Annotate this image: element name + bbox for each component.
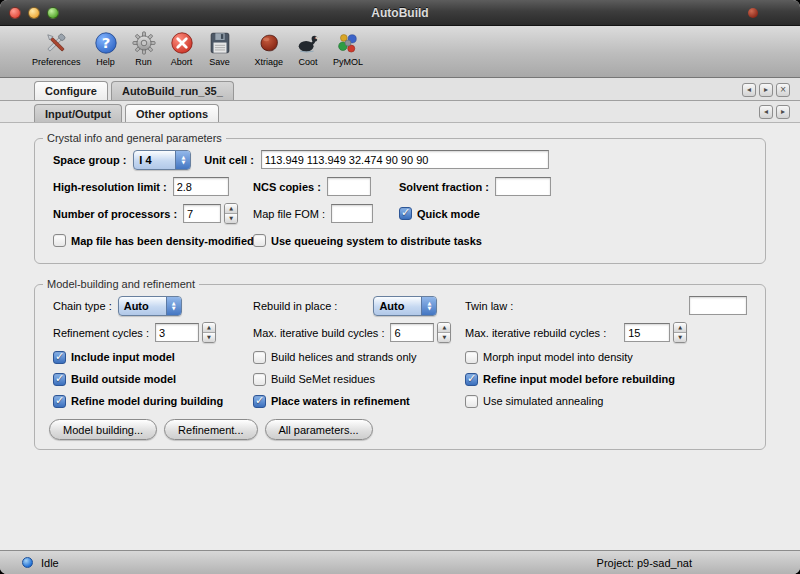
model-building-group: Model-building and refinement Chain type… (34, 278, 766, 450)
max-build-cycles-stepper[interactable]: ▲ ▼ (437, 322, 451, 343)
chain-type-select[interactable]: Auto ▲▼ (118, 296, 182, 316)
toolbar-help-button[interactable]: ? Help (87, 29, 125, 68)
tab-back-icon[interactable]: ◂ (759, 105, 773, 119)
checkbox-morph-input-model[interactable]: ✓ Morph input model into density (465, 351, 765, 364)
space-group-select[interactable]: I 4 ▲▼ (133, 150, 191, 170)
unit-cell-input[interactable] (261, 150, 549, 169)
tab-autobuild-run[interactable]: AutoBuild_run_35_ (111, 81, 234, 100)
solvent-fraction-field: Solvent fraction : (399, 177, 765, 196)
high-res-field: High-resolution limit : (53, 177, 253, 196)
chain-type-field: Chain type : Auto ▲▼ (53, 296, 253, 316)
stepper-down-icon[interactable]: ▼ (225, 214, 237, 223)
toolbar-abort-button[interactable]: Abort (163, 29, 201, 68)
sub-tab-bar: Input/Output Other options ◂ ▸ (0, 101, 800, 123)
checkbox-refine-during-building[interactable]: ✓ Refine model during building (53, 395, 253, 408)
check-icon: ✓ (467, 373, 476, 384)
ncs-copies-label: NCS copies : (253, 181, 321, 193)
stepper-up-icon[interactable]: ▲ (438, 323, 450, 333)
check-icon: ✓ (55, 395, 64, 406)
window-controls (9, 7, 59, 19)
tab-other-options[interactable]: Other options (125, 104, 219, 122)
checkbox-density-modified[interactable]: ✓ Map file has been density-modified (53, 234, 253, 247)
high-res-input[interactable] (173, 177, 229, 196)
refinement-cycles-input[interactable] (155, 323, 199, 342)
num-processors-stepper[interactable]: ▲ ▼ (224, 203, 238, 224)
stepper-up-icon[interactable]: ▲ (225, 204, 237, 214)
rebuild-in-place-label: Rebuild in place : (253, 300, 337, 312)
max-build-cycles-input[interactable] (390, 323, 434, 342)
tab-back-icon[interactable]: ◂ (742, 83, 756, 97)
minimize-window-button[interactable] (28, 7, 40, 19)
crystal-checkbox-row: ✓ Map file has been density-modified ✓ U… (35, 227, 765, 254)
num-processors-input[interactable] (183, 204, 221, 223)
checkbox-build-semet[interactable]: ✓ Build SeMet residues (253, 373, 465, 386)
stepper-down-icon[interactable]: ▼ (203, 333, 215, 342)
model-building-button[interactable]: Model building... (49, 419, 157, 440)
processors-row: Number of processors : ▲ ▼ Map file FOM … (35, 200, 765, 227)
status-indicator-icon (22, 557, 33, 568)
window-title: AutoBuild (0, 6, 800, 20)
max-rebuild-cycles-stepper[interactable]: ▲ ▼ (673, 322, 687, 343)
checkbox-box: ✓ (399, 207, 412, 220)
rebuild-in-place-select[interactable]: Auto ▲▼ (373, 296, 437, 316)
popup-arrows-icon: ▲▼ (166, 297, 181, 315)
check-icon: ✓ (255, 395, 264, 406)
help-icon: ? (93, 30, 119, 56)
map-file-fom-input[interactable] (331, 204, 373, 223)
twin-law-input[interactable] (689, 296, 747, 315)
ncs-copies-input[interactable] (327, 177, 371, 196)
close-window-button[interactable] (9, 7, 21, 19)
toolbar-run-button[interactable]: Run (125, 29, 163, 68)
checkbox-label: Use simulated annealing (483, 395, 603, 407)
checkbox-include-input-model[interactable]: ✓ Include input model (53, 351, 253, 364)
checkbox-refine-input-before-rebuild[interactable]: ✓ Refine input model before rebuilding (465, 373, 765, 386)
toolbar-pymol-button[interactable]: PyMOL (327, 29, 369, 68)
space-group-label: Space group : (53, 154, 126, 166)
checkbox-build-outside-model[interactable]: ✓ Build outside model (53, 373, 253, 386)
refinement-button[interactable]: Refinement... (164, 419, 257, 440)
run-icon (131, 30, 157, 56)
tab-input-output[interactable]: Input/Output (34, 104, 122, 122)
refinement-cycles-stepper[interactable]: ▲ ▼ (202, 322, 216, 343)
stepper-down-icon[interactable]: ▼ (438, 333, 450, 342)
toolbar-preferences-button[interactable]: Preferences (26, 29, 87, 68)
checkbox-quick-mode[interactable]: ✓ Quick mode (399, 207, 765, 220)
solvent-fraction-input[interactable] (495, 177, 551, 196)
tab-configure[interactable]: Configure (34, 81, 108, 100)
checkbox-build-helices-strands[interactable]: ✓ Build helices and strands only (253, 351, 465, 364)
twin-law-label: Twin law : (465, 300, 513, 312)
status-text: Idle (41, 557, 59, 569)
tab-close-icon[interactable]: × (776, 83, 790, 97)
toolbar-xtriage-button[interactable]: Xtriage (249, 29, 290, 68)
checkbox-label: Refine input model before rebuilding (483, 373, 675, 385)
max-rebuild-cycles-input[interactable] (624, 323, 670, 342)
checkbox-box: ✓ (253, 234, 266, 247)
stepper-up-icon[interactable]: ▲ (674, 323, 686, 333)
all-parameters-button[interactable]: All parameters... (265, 419, 373, 440)
chain-type-row: Chain type : Auto ▲▼ Rebuild in place : … (35, 292, 765, 319)
toolbar-label: Run (135, 57, 152, 67)
num-processors-label: Number of processors : (53, 208, 177, 220)
toolbar-save-button[interactable]: Save (201, 29, 239, 68)
checkbox-simulated-annealing[interactable]: ✓ Use simulated annealing (465, 395, 765, 408)
toolbar-coot-button[interactable]: Coot (289, 29, 327, 68)
xtriage-icon (256, 30, 282, 56)
tab-forward-icon[interactable]: ▸ (776, 105, 790, 119)
popup-arrows-icon: ▲▼ (421, 297, 436, 315)
checkbox-queueing-system[interactable]: ✓ Use queueing system to distribute task… (253, 234, 765, 247)
checkbox-label: Morph input model into density (483, 351, 633, 363)
checkbox-box: ✓ (253, 373, 266, 386)
stepper-up-icon[interactable]: ▲ (203, 323, 215, 333)
space-group-row: Space group : I 4 ▲▼ Unit cell : (35, 146, 765, 173)
crystal-info-group: Crystal info and general parameters Spac… (34, 132, 766, 264)
space-group-value: I 4 (134, 151, 175, 169)
zoom-window-button[interactable] (47, 7, 59, 19)
stepper-down-icon[interactable]: ▼ (674, 333, 686, 342)
unit-cell-label: Unit cell : (204, 154, 254, 166)
title-bar: AutoBuild (0, 0, 800, 26)
status-bar: Idle Project: p9-sad_nat (0, 550, 800, 574)
toolbar-label: Xtriage (255, 57, 284, 67)
checkbox-box: ✓ (465, 373, 478, 386)
tab-forward-icon[interactable]: ▸ (759, 83, 773, 97)
checkbox-place-waters[interactable]: ✓ Place waters in refinement (253, 395, 465, 408)
